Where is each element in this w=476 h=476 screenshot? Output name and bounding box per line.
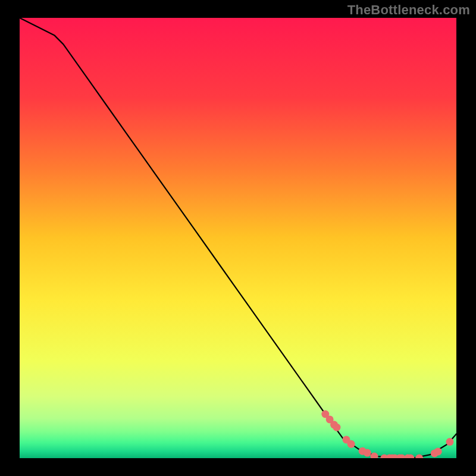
data-marker	[446, 438, 454, 446]
data-marker	[434, 447, 442, 455]
data-marker	[406, 455, 414, 462]
data-marker	[347, 440, 355, 448]
plot-background	[20, 18, 456, 458]
data-marker	[415, 455, 423, 462]
data-marker	[371, 453, 378, 461]
data-marker	[333, 424, 340, 431]
chart-stage: TheBottleneck.com	[0, 0, 476, 476]
bottleneck-curve-plot	[0, 0, 476, 476]
data-marker	[364, 449, 371, 457]
